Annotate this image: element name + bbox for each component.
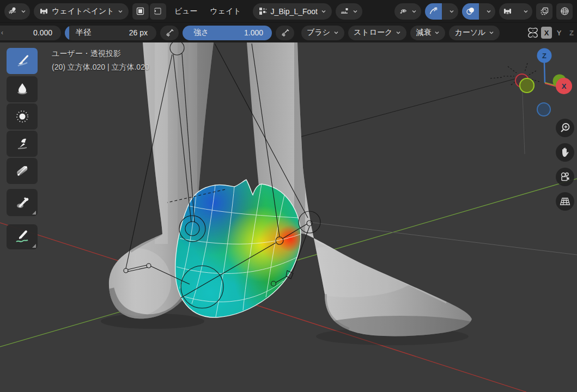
chevron-down-icon — [118, 9, 123, 14]
falloff-dropdown[interactable]: 減衰 — [410, 26, 445, 40]
tool-sample-weight[interactable] — [7, 189, 38, 216]
gizmos-icon — [429, 7, 438, 16]
tablet-pressure-icon — [281, 28, 290, 38]
chevron-down-icon — [321, 9, 326, 14]
weight-paint-options-dropdown[interactable] — [519, 3, 532, 20]
tool-blur-brush[interactable] — [7, 76, 38, 102]
menu-view[interactable]: ビュー — [170, 7, 202, 16]
face-mask-toggle[interactable] — [132, 3, 149, 20]
visibility-icon — [399, 7, 408, 16]
falloff-label: 減衰 — [416, 28, 431, 38]
vertex-group-dropdown[interactable]: J_Bip_L_Foot — [253, 3, 332, 20]
radius-slider[interactable]: 半径 26 px — [65, 26, 156, 40]
gizmos-control — [425, 3, 458, 20]
tool-smear-brush[interactable] — [7, 131, 38, 157]
strength-slider[interactable]: 強さ 1.000 — [183, 26, 272, 40]
strength-label: 強さ — [193, 28, 209, 38]
annotate-pen-icon — [14, 229, 31, 245]
symmetry-icon — [526, 27, 539, 39]
vertex-mask-toggle[interactable] — [150, 3, 166, 20]
camera-icon — [559, 171, 571, 183]
brush-label: ブラシ — [307, 28, 330, 38]
radius-pressure-toggle[interactable] — [160, 26, 179, 40]
navigation-gizmo[interactable]: Z X — [506, 47, 577, 123]
overlays-dropdown[interactable] — [482, 3, 495, 20]
strength-pressure-toggle[interactable] — [276, 26, 294, 40]
blend-mode-dropdown[interactable] — [336, 3, 362, 20]
tool-annotate[interactable] — [7, 224, 38, 249]
mode-label: ウェイトペイント — [52, 7, 114, 16]
gradient-tool-icon — [14, 163, 31, 179]
magnifier-plus-icon — [559, 122, 571, 134]
chevron-down-icon — [396, 30, 401, 35]
weight-paint-mode-icon — [39, 7, 48, 16]
blur-brush-icon — [14, 81, 31, 97]
editor-type-button[interactable] — [4, 3, 30, 20]
radius-label: 半径 — [76, 28, 91, 38]
viewport-header: ウェイトペイント ビュー ウェイト — [0, 0, 577, 23]
chevron-down-icon — [434, 30, 440, 35]
stroke-label: ストローク — [354, 28, 392, 38]
stroke-dropdown[interactable]: ストローク — [348, 26, 406, 40]
cursor-label: カーソル — [454, 28, 485, 38]
tool-gradient[interactable] — [7, 158, 38, 184]
vertex-group-label: J_Bip_L_Foot — [271, 7, 318, 16]
camera-view-button[interactable] — [556, 168, 574, 186]
gizmos-toggle[interactable] — [425, 3, 442, 20]
hand-icon — [559, 146, 571, 158]
face-mask-icon — [136, 7, 145, 16]
symmetry-controls: X Y Z — [526, 27, 577, 39]
blender-window: ウェイトペイント ビュー ウェイト — [0, 0, 577, 392]
tool-draw-brush[interactable] — [7, 48, 38, 74]
gizmos-dropdown[interactable] — [445, 3, 458, 20]
gizmo-x-label: X — [562, 82, 567, 90]
pan-button[interactable] — [556, 143, 574, 162]
chevron-down-icon — [449, 9, 454, 14]
overlays-icon — [466, 7, 475, 16]
symmetry-y-toggle[interactable]: Y — [554, 27, 564, 39]
vertex-group-icon — [258, 7, 268, 16]
perspective-grid-icon — [559, 195, 571, 207]
viewport-canvas[interactable]: ユーザー・透視投影 (20) 立方体.020 | 立方体.020 — [0, 42, 577, 392]
shading-wireframe-button[interactable] — [556, 3, 573, 20]
xray-toggle[interactable] — [536, 3, 552, 20]
visibility-dropdown[interactable] — [394, 3, 421, 20]
zoom-button[interactable] — [556, 119, 574, 137]
xray-icon — [540, 7, 549, 16]
blend-mode-icon — [340, 7, 349, 16]
overlays-toggle[interactable] — [462, 3, 479, 20]
symmetry-x-toggle[interactable]: X — [541, 27, 552, 39]
symmetry-z-toggle[interactable]: Z — [566, 27, 577, 39]
vertex-mask-icon — [153, 7, 162, 16]
tool-settings-bar: ‹ 0.000 半径 26 px 強さ 1.000 ブラシ — [0, 23, 577, 42]
editor-type-icon — [8, 7, 17, 16]
chevron-down-icon — [523, 9, 529, 14]
tool-average-brush[interactable] — [7, 103, 38, 130]
weight-value: 0.000 — [33, 28, 52, 37]
chevron-down-icon — [333, 30, 339, 35]
chevron-down-icon — [486, 9, 491, 14]
mode-dropdown[interactable]: ウェイトペイント — [34, 3, 129, 20]
radius-value: 26 px — [129, 28, 148, 37]
overlays-control — [462, 3, 495, 20]
weight-slider[interactable]: ‹ 0.000 — [0, 26, 61, 40]
gizmo-z-label: Z — [542, 52, 546, 60]
menu-weight[interactable]: ウェイト — [205, 7, 245, 16]
gizmo-neg-y-ball[interactable] — [520, 78, 534, 93]
average-brush-icon — [14, 108, 31, 125]
gizmo-neg-z-ball[interactable] — [537, 103, 550, 116]
chevron-down-icon — [353, 9, 358, 14]
weight-paint-options — [499, 3, 532, 20]
eyedropper-icon — [14, 194, 31, 211]
chevron-down-icon — [411, 9, 417, 14]
smear-brush-icon — [14, 136, 31, 152]
scene-3d — [0, 42, 577, 392]
weight-paint-options-button[interactable] — [499, 3, 516, 20]
draw-brush-icon — [14, 53, 31, 69]
shading-wireframe-icon — [560, 7, 569, 16]
chevron-down-icon — [21, 9, 26, 14]
weight-paint-options-icon — [503, 7, 512, 16]
brush-dropdown[interactable]: ブラシ — [301, 26, 344, 40]
cursor-dropdown[interactable]: カーソル — [449, 26, 500, 40]
orthographic-toggle-button[interactable] — [556, 192, 574, 211]
